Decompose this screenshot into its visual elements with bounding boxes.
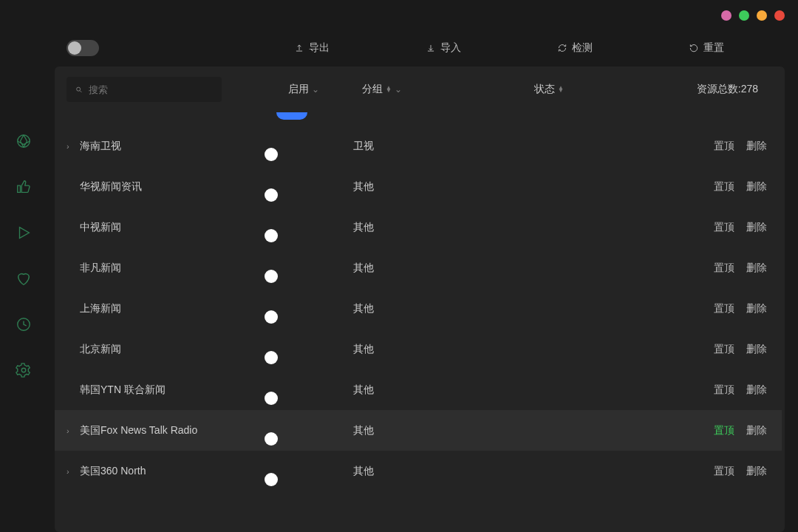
delete-button[interactable]: 删除 xyxy=(746,262,767,275)
pin-button[interactable]: 置顶 xyxy=(714,302,734,316)
delete-button[interactable]: 删除 xyxy=(746,465,767,478)
panel-header: 启用 ⌄ 分组 ▲▼ ⌄ 状态 ▲▼ 资源总数:278 xyxy=(55,66,785,112)
sort-icon: ▲▼ xyxy=(386,86,392,92)
delete-button[interactable]: 删除 xyxy=(746,343,767,356)
column-enable-label: 启用 xyxy=(288,83,309,96)
search-box[interactable] xyxy=(66,77,222,102)
group-label: 其他 xyxy=(353,424,434,437)
channel-name: 韩国YTN 联合新闻 xyxy=(80,383,279,397)
pin-button[interactable]: 置顶 xyxy=(714,465,734,478)
search-icon xyxy=(75,85,83,95)
pin-button[interactable]: 置顶 xyxy=(714,221,734,234)
sort-icon: ▲▼ xyxy=(558,86,564,92)
close-window-button[interactable] xyxy=(774,10,785,21)
group-label: 其他 xyxy=(353,221,434,234)
channel-name: 中视新闻 xyxy=(80,221,279,234)
pin-button[interactable]: 置顶 xyxy=(714,140,734,153)
table-row[interactable]: ›美国360 North其他置顶删除 xyxy=(55,451,782,491)
column-status-label: 状态 xyxy=(534,83,555,96)
upload-icon xyxy=(294,43,304,53)
enable-toggle[interactable] xyxy=(276,112,307,120)
table-row[interactable]: 北京新闻其他置顶删除 xyxy=(55,329,782,369)
pin-button[interactable]: 置顶 xyxy=(714,180,734,194)
main: 导出 导入 检测 重置 启用 xyxy=(55,0,798,532)
svg-point-3 xyxy=(21,368,26,372)
channel-name: 海南卫视 xyxy=(80,140,279,153)
pin-button[interactable]: 置顶 xyxy=(714,383,734,397)
play-icon[interactable] xyxy=(16,225,32,241)
window-controls xyxy=(721,10,785,21)
total-count: 资源总数:278 xyxy=(655,83,773,96)
maximize-window-button[interactable] xyxy=(757,10,767,21)
group-label: 其他 xyxy=(353,465,434,478)
table-row[interactable]: 华视新闻资讯其他置顶删除 xyxy=(55,166,782,207)
pin-button[interactable]: 置顶 xyxy=(714,424,734,437)
expand-icon[interactable]: › xyxy=(66,142,80,151)
thumbup-icon[interactable] xyxy=(16,179,32,195)
column-group-label: 分组 xyxy=(362,83,383,96)
import-button[interactable]: 导入 xyxy=(426,41,461,55)
reset-button[interactable]: 重置 xyxy=(689,41,724,55)
group-label: 其他 xyxy=(353,262,434,275)
chevron-down-icon: ⌄ xyxy=(395,84,402,95)
sidebar xyxy=(0,0,47,532)
export-button[interactable]: 导出 xyxy=(294,41,330,55)
svg-point-0 xyxy=(18,135,30,148)
channel-name: 美国360 North xyxy=(80,465,279,478)
table-row[interactable]: 非凡新闻其他置顶删除 xyxy=(55,248,782,288)
delete-button[interactable]: 删除 xyxy=(746,302,767,316)
panel: 启用 ⌄ 分组 ▲▼ ⌄ 状态 ▲▼ 资源总数:278 xyxy=(55,66,785,532)
expand-icon[interactable]: › xyxy=(66,426,80,435)
table-row[interactable]: 韩国YTN 联合新闻其他置顶删除 xyxy=(55,369,782,410)
pin-button[interactable]: 置顶 xyxy=(714,343,734,356)
search-input[interactable] xyxy=(89,84,213,95)
download-icon xyxy=(426,43,436,53)
refresh-icon xyxy=(557,43,567,53)
column-status[interactable]: 状态 ▲▼ xyxy=(443,83,655,96)
delete-button[interactable]: 删除 xyxy=(746,424,767,437)
table-row-partial xyxy=(55,112,782,126)
settings-icon[interactable] xyxy=(16,362,32,378)
detect-button[interactable]: 检测 xyxy=(557,41,593,55)
pin-button[interactable]: 置顶 xyxy=(714,262,734,275)
channel-name: 华视新闻资讯 xyxy=(80,180,279,194)
minimize-window-button[interactable] xyxy=(739,10,749,21)
pin-window-button[interactable] xyxy=(721,10,732,21)
table-body[interactable]: ›海南卫视卫视置顶删除华视新闻资讯其他置顶删除中视新闻其他置顶删除非凡新闻其他置… xyxy=(55,112,785,532)
group-label: 其他 xyxy=(353,343,434,356)
delete-button[interactable]: 删除 xyxy=(746,180,767,194)
svg-point-4 xyxy=(77,87,81,91)
heart-icon[interactable] xyxy=(16,270,32,287)
expand-icon[interactable]: › xyxy=(66,467,80,476)
group-label: 其他 xyxy=(353,180,434,194)
reset-label: 重置 xyxy=(703,41,724,55)
group-label: 其他 xyxy=(353,383,434,397)
table-row[interactable]: 中视新闻其他置顶删除 xyxy=(55,207,782,248)
clock-icon[interactable] xyxy=(16,316,32,332)
delete-button[interactable]: 删除 xyxy=(746,221,767,234)
export-label: 导出 xyxy=(309,41,330,55)
delete-button[interactable]: 删除 xyxy=(746,140,767,153)
channel-name: 美国Fox News Talk Radio xyxy=(80,424,279,437)
table-row[interactable]: 上海新闻其他置顶删除 xyxy=(55,288,782,329)
aperture-icon[interactable] xyxy=(16,133,32,149)
group-label: 卫视 xyxy=(353,140,434,153)
channel-name: 北京新闻 xyxy=(80,343,279,356)
table-row[interactable]: ›海南卫视卫视置顶删除 xyxy=(55,126,782,166)
column-group[interactable]: 分组 ▲▼ ⌄ xyxy=(362,83,443,96)
import-label: 导入 xyxy=(440,41,461,55)
column-enable[interactable]: 启用 ⌄ xyxy=(288,83,362,96)
table-row[interactable]: ›美国Fox News Talk Radio其他置顶删除 xyxy=(55,410,782,451)
group-label: 其他 xyxy=(353,302,434,316)
master-toggle[interactable] xyxy=(66,40,99,56)
chevron-down-icon: ⌄ xyxy=(312,84,319,95)
table-header: 启用 ⌄ 分组 ▲▼ ⌄ 状态 ▲▼ 资源总数:278 xyxy=(236,83,773,96)
svg-marker-1 xyxy=(20,228,30,239)
channel-name: 上海新闻 xyxy=(80,302,279,316)
reset-icon xyxy=(689,43,699,53)
topbar: 导出 导入 检测 重置 xyxy=(55,30,798,66)
detect-label: 检测 xyxy=(572,41,593,55)
channel-name: 非凡新闻 xyxy=(80,262,279,275)
delete-button[interactable]: 删除 xyxy=(746,383,767,397)
